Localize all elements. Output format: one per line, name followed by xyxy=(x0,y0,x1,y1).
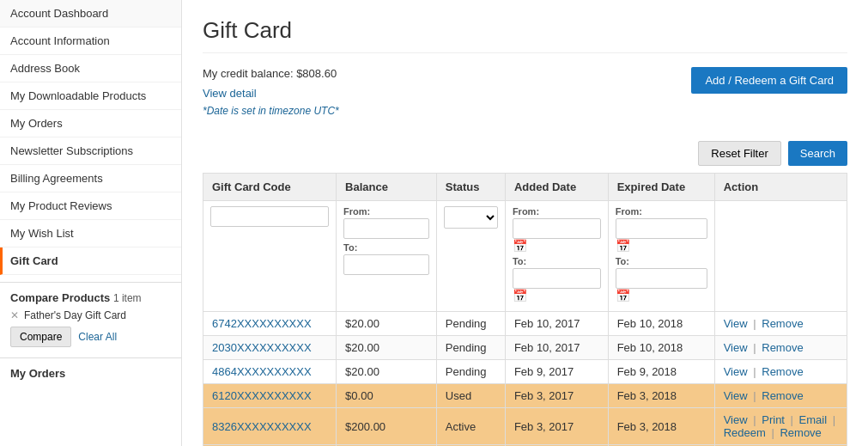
table-header-expired-date: Expired Date xyxy=(608,174,714,201)
sidebar-item-newsletter-subscriptions[interactable]: Newsletter Subscriptions xyxy=(0,137,181,165)
cell-expired-date: Feb 10, 2018 xyxy=(608,312,714,336)
calendar-icon-added-from[interactable]: 📅 xyxy=(513,239,527,253)
sidebar-item-account-information[interactable]: Account Information xyxy=(0,27,181,55)
cell-code: 2030XXXXXXXXXX xyxy=(203,336,337,360)
gift-card-code-link[interactable]: 6742XXXXXXXXXX xyxy=(212,317,312,330)
sidebar-item-address-book[interactable]: Address Book xyxy=(0,55,181,82)
table-header-added-date: Added Date xyxy=(505,174,608,201)
cell-action: View | Remove xyxy=(714,384,847,408)
gift-card-code-link[interactable]: 8326XXXXXXXXXX xyxy=(212,420,312,433)
expired-date-to-label: To: xyxy=(616,256,707,266)
cell-action: View | Remove xyxy=(714,360,847,384)
gift-card-code-link[interactable]: 4864XXXXXXXXXX xyxy=(212,365,312,378)
table-row: 4864XXXXXXXXXX$20.00PendingFeb 9, 2017Fe… xyxy=(203,360,847,384)
clear-all-link[interactable]: Clear All xyxy=(78,331,117,343)
action-link-remove[interactable]: Remove xyxy=(762,341,803,354)
action-link-view[interactable]: View xyxy=(724,317,748,330)
action-link-view[interactable]: View xyxy=(724,413,748,426)
action-link-email[interactable]: Email xyxy=(799,413,828,426)
cell-added-date: Feb 3, 2017 xyxy=(505,408,608,445)
credit-info: My credit balance: $808.60 View detail *… xyxy=(203,67,339,131)
cell-status: Active xyxy=(436,408,505,445)
compare-button[interactable]: Compare xyxy=(10,327,71,347)
table-row: 6120XXXXXXXXXX$0.00UsedFeb 3, 2017Feb 3,… xyxy=(203,384,847,408)
sidebar-item-my-downloadable-products[interactable]: My Downloadable Products xyxy=(0,82,181,110)
cell-action: View | Remove xyxy=(714,312,847,336)
calendar-icon-expired-from[interactable]: 📅 xyxy=(616,239,630,253)
action-link-print[interactable]: Print xyxy=(762,413,785,426)
compare-item-label: Father's Day Gift Card xyxy=(24,309,126,321)
action-link-remove[interactable]: Remove xyxy=(780,426,821,439)
gift-card-code-link[interactable]: 6120XXXXXXXXXX xyxy=(212,389,312,402)
filter-row: From: To: Pending Active xyxy=(203,201,847,312)
add-redeem-button[interactable]: Add / Redeem a Gift Card xyxy=(691,67,847,94)
sidebar-item-billing-agreements[interactable]: Billing Agreements xyxy=(0,165,181,192)
added-date-from-label: From: xyxy=(513,206,601,217)
action-link-remove[interactable]: Remove xyxy=(762,389,803,402)
filter-balance-from-input[interactable] xyxy=(343,218,429,239)
filter-expired-date-cell: From: 📅 To: 📅 xyxy=(608,201,714,312)
action-link-view[interactable]: View xyxy=(724,389,748,402)
cell-code: 6120XXXXXXXXXX xyxy=(203,384,337,408)
sidebar-item-gift-card[interactable]: Gift Card xyxy=(0,247,181,275)
table-row: 2030XXXXXXXXXX$20.00PendingFeb 10, 2017F… xyxy=(203,336,847,360)
filter-code-input[interactable] xyxy=(210,206,329,227)
cell-action: View | Print | Email | Redeem | Remove xyxy=(714,408,847,445)
action-link-remove[interactable]: Remove xyxy=(762,365,803,378)
added-date-to-label: To: xyxy=(513,256,601,266)
action-link-view[interactable]: View xyxy=(724,365,748,378)
cell-balance: $200.00 xyxy=(337,408,437,445)
page-title: Gift Card xyxy=(203,17,847,53)
action-link-redeem[interactable]: Redeem xyxy=(724,426,766,439)
cell-code: 6742XXXXXXXXXX xyxy=(203,312,337,336)
action-separator: | xyxy=(750,389,760,402)
balance-to-label: To: xyxy=(343,242,429,253)
timezone-note: *Date is set in timezone UTC* xyxy=(203,105,339,117)
cell-added-date: Feb 10, 2017 xyxy=(505,336,608,360)
filter-balance-cell: From: To: xyxy=(337,201,437,312)
filter-added-date-to-input[interactable] xyxy=(513,268,601,289)
cell-code: 8326XXXXXXXXXX xyxy=(203,408,337,445)
compare-products-title: Compare Products 1 item xyxy=(10,291,171,304)
filter-balance-to-input[interactable] xyxy=(343,254,429,275)
calendar-icon-added-to[interactable]: 📅 xyxy=(513,289,527,302)
cell-added-date: Feb 9, 2017 xyxy=(505,360,608,384)
cell-status: Used xyxy=(436,384,505,408)
sidebar-item-my-product-reviews[interactable]: My Product Reviews xyxy=(0,192,181,220)
cell-status: Pending xyxy=(436,360,505,384)
remove-compare-item-icon[interactable]: ✕ xyxy=(10,309,19,321)
compare-products-section: Compare Products 1 item ✕ Father's Day G… xyxy=(0,282,181,351)
reset-filter-button[interactable]: Reset Filter xyxy=(698,141,780,166)
action-link-remove[interactable]: Remove xyxy=(762,317,803,330)
calendar-icon-expired-to[interactable]: 📅 xyxy=(616,289,630,302)
cell-balance: $20.00 xyxy=(337,312,437,336)
action-link-view[interactable]: View xyxy=(724,341,748,354)
cell-added-date: Feb 10, 2017 xyxy=(505,312,608,336)
action-separator: | xyxy=(750,365,760,378)
filter-action-cell xyxy=(714,201,847,312)
filter-added-date-from-input[interactable] xyxy=(513,218,601,239)
main-content: Gift Card My credit balance: $808.60 Vie… xyxy=(182,0,868,446)
gift-card-table: Gift Card CodeBalanceStatusAdded DateExp… xyxy=(203,173,847,446)
view-detail-link[interactable]: View detail xyxy=(203,87,257,100)
filter-status-select[interactable]: Pending Active Used xyxy=(444,206,498,229)
action-separator: | xyxy=(768,426,778,439)
table-header-balance: Balance xyxy=(337,174,437,201)
table-header-gift-card-code: Gift Card Code xyxy=(203,174,337,201)
cell-balance: $0.00 xyxy=(337,384,437,408)
sidebar-item-account-dashboard[interactable]: Account Dashboard xyxy=(0,0,181,27)
cell-expired-date: Feb 9, 2018 xyxy=(608,360,714,384)
gift-card-code-link[interactable]: 2030XXXXXXXXXX xyxy=(212,341,312,354)
filter-expired-date-from-input[interactable] xyxy=(616,218,707,239)
cell-balance: $20.00 xyxy=(337,360,437,384)
filter-added-date-cell: From: 📅 To: 📅 xyxy=(505,201,608,312)
search-button[interactable]: Search xyxy=(788,141,847,166)
sidebar-item-my-wish-list[interactable]: My Wish List xyxy=(0,220,181,247)
action-separator: | xyxy=(750,341,760,354)
filter-expired-date-to-input[interactable] xyxy=(616,268,707,289)
table-header-action: Action xyxy=(714,174,847,201)
table-header-status: Status xyxy=(436,174,505,201)
credit-balance: My credit balance: $808.60 xyxy=(203,67,339,80)
sidebar-item-my-orders[interactable]: My Orders xyxy=(0,110,181,137)
my-orders-section-title: My Orders xyxy=(0,357,181,383)
